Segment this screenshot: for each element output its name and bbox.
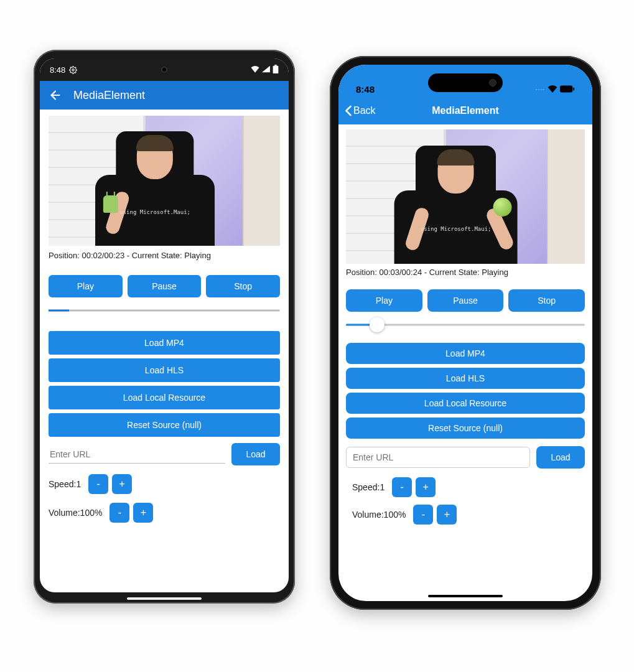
volume-value: 100% [384,510,406,520]
url-input[interactable] [49,446,225,464]
speed-decrease-button[interactable]: - [392,477,412,497]
video-player[interactable]: using Microsoft.Maui; [346,129,585,264]
load-hls-button[interactable]: Load HLS [346,368,585,389]
pause-button[interactable]: Pause [128,275,202,297]
load-mp4-button[interactable]: Load MP4 [346,343,585,364]
load-url-button[interactable]: Load [231,443,280,465]
load-mp4-button[interactable]: Load MP4 [49,331,280,355]
apple-prop-icon [493,198,512,217]
reset-source-button[interactable]: Reset Source (null) [346,418,585,439]
speed-label: Speed:1 [352,482,385,492]
speed-decrease-button[interactable]: - [88,474,108,494]
load-local-button[interactable]: Load Local Resource [346,393,585,414]
speed-value: 1 [76,479,81,489]
speed-stepper: - + [392,477,436,497]
video-player[interactable]: using Microsoft.Maui; [49,116,280,246]
ios-home-indicator [428,595,503,597]
battery-icon [273,65,279,75]
nav-title: MediaElement [432,105,499,116]
android-status-bar: 8:48 [40,58,289,81]
play-button[interactable]: Play [49,275,123,297]
reset-source-button[interactable]: Reset Source (null) [49,413,280,437]
dynamic-island [428,73,503,92]
volume-decrease-button[interactable]: - [110,503,129,523]
iphone-screen: 8:48 •••• Back MediaElement [338,65,592,601]
back-arrow-icon[interactable] [49,88,62,102]
volume-stepper: - + [413,505,457,525]
battery-icon [560,84,575,95]
shirt-text: using Microsoft.Maui; [119,209,190,215]
volume-increase-button[interactable]: + [437,505,457,525]
volume-increase-button[interactable]: + [133,503,153,523]
android-robot-icon [103,195,118,213]
app-bar-title: MediaElement [73,89,145,102]
wifi-icon [251,65,259,75]
ios-content: using Microsoft.Maui; Position: 00:03/00… [338,124,592,601]
volume-stepper: - + [110,503,153,523]
svg-rect-2 [274,65,277,66]
position-slider[interactable] [49,306,280,315]
speed-label: Speed:1 [49,479,81,489]
android-app-bar: MediaElement [40,81,289,110]
stop-button[interactable]: Stop [206,275,280,297]
url-input[interactable] [346,447,530,468]
android-device-frame: 8:48 [34,50,295,604]
volume-value: 100% [80,508,103,518]
play-button[interactable]: Play [346,289,422,312]
speed-increase-button[interactable]: + [416,477,436,497]
svg-rect-1 [273,65,279,73]
pause-button[interactable]: Pause [427,289,504,312]
cell-signal-icon [262,65,270,75]
volume-label: Volume:100% [49,508,102,518]
back-label: Back [353,105,376,116]
cell-dots-icon: •••• [536,86,545,92]
android-content: using Microsoft.Maui; Position: 00:02/00… [40,110,289,592]
android-screen: 8:48 [40,58,289,592]
position-slider[interactable] [346,317,585,333]
ios-nav-bar: Back MediaElement [338,97,592,124]
speed-increase-button[interactable]: + [112,474,132,494]
load-local-button[interactable]: Load Local Resource [49,386,280,409]
playback-status-text: Position: 00:03/00:24 - Current State: P… [346,268,585,277]
svg-point-0 [72,68,74,70]
load-hls-button[interactable]: Load HLS [49,358,280,382]
volume-label: Volume:100% [352,510,406,520]
status-time: 8:48 [50,65,65,75]
playback-status-text: Position: 00:02/00:23 - Current State: P… [49,251,280,260]
speed-stepper: - + [88,474,132,494]
gear-icon [69,66,77,74]
iphone-device-frame: 8:48 •••• Back MediaElement [330,56,601,610]
load-url-button[interactable]: Load [536,446,585,469]
status-time: 8:48 [356,84,375,95]
shirt-text: using Microsoft.Maui; [421,226,492,232]
stop-button[interactable]: Stop [508,289,585,312]
svg-rect-4 [573,88,574,91]
back-button[interactable]: Back [345,105,376,116]
svg-rect-3 [560,85,572,92]
speed-value: 1 [380,482,385,492]
wifi-icon [548,84,557,95]
volume-decrease-button[interactable]: - [413,505,433,525]
